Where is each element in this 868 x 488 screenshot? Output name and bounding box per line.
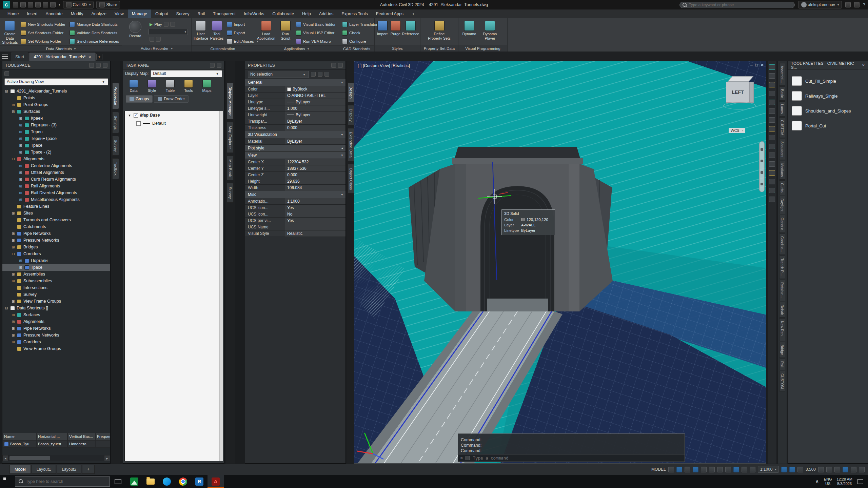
tab-map-survey[interactable]: Survey bbox=[227, 183, 234, 203]
help-search-box[interactable] bbox=[679, 2, 795, 8]
minimize-icon[interactable]: – bbox=[750, 63, 753, 67]
tree-item-surface[interactable]: ⊞Портали - (3) bbox=[2, 122, 110, 128]
tree-item-pressure-networks[interactable]: ⊞Pressure Networks bbox=[2, 237, 110, 244]
expander-icon[interactable]: ⊞ bbox=[19, 130, 23, 134]
hidden-icons-caret[interactable]: ∧ bbox=[815, 478, 819, 485]
viewcube-side-face[interactable] bbox=[750, 82, 754, 103]
prospector-tree[interactable]: ⊟4291_Aleksandar_Tunnels Points ⊞Point G… bbox=[2, 88, 110, 431]
property-row-material[interactable]: MaterialByLayer bbox=[245, 138, 346, 145]
property-row-width[interactable]: Width106.084 bbox=[245, 185, 346, 191]
dynamic-input-icon[interactable] bbox=[693, 467, 698, 472]
palette-tab[interactable]: Trench Pi... bbox=[779, 256, 785, 279]
map-base-row[interactable]: ▾ ✔ Map Base bbox=[125, 111, 221, 119]
help-icon[interactable]: ? bbox=[863, 2, 865, 7]
section-plot-style[interactable]: Plot style◂ bbox=[245, 145, 346, 152]
tree-item-alignments[interactable]: ⊟Alignments bbox=[2, 156, 110, 162]
tree-item-feature-lines[interactable]: Feature Lines bbox=[2, 203, 110, 210]
close-icon[interactable]: ✕ bbox=[862, 63, 865, 67]
tab-modify[interactable]: Modify bbox=[67, 9, 87, 18]
panel-title-styles[interactable]: Styles bbox=[375, 45, 420, 52]
property-row-annotation-scale[interactable]: Annotatio...1:1000 bbox=[245, 198, 346, 205]
preference-icon[interactable] bbox=[150, 37, 154, 42]
graphics-performance-icon[interactable] bbox=[843, 467, 848, 472]
viewcube[interactable]: LEFT bbox=[723, 76, 756, 113]
palette-tab[interactable]: Basic bbox=[779, 86, 785, 101]
pan-icon[interactable] bbox=[761, 160, 763, 162]
expander-icon[interactable]: ⊟ bbox=[4, 306, 8, 310]
checkbox[interactable]: ✔ bbox=[134, 113, 138, 118]
maps-button[interactable]: Maps bbox=[199, 80, 215, 93]
tab-design[interactable]: Design bbox=[348, 83, 354, 102]
property-row-color[interactable]: ColorByBlock bbox=[245, 86, 346, 93]
tab-express-tools[interactable]: Express Tools bbox=[337, 9, 372, 18]
expander-icon[interactable]: ⊞ bbox=[11, 103, 15, 107]
save-icon[interactable] bbox=[28, 2, 33, 7]
palette-tab[interactable]: Lanes bbox=[779, 101, 785, 117]
expander-icon[interactable]: ⊞ bbox=[11, 245, 15, 249]
docked-tool-icon[interactable] bbox=[769, 135, 775, 140]
property-row-lineweight[interactable]: LineweightByLayer bbox=[245, 112, 346, 118]
docked-tool-icon[interactable] bbox=[769, 188, 775, 193]
account-menu[interactable]: aleksplamenov ▾ bbox=[798, 1, 842, 8]
view-control[interactable]: [Custom View] bbox=[363, 63, 390, 68]
ucs-dropdown[interactable]: WCS ▾ bbox=[729, 128, 745, 133]
new-drawing-tab-button[interactable]: + bbox=[96, 54, 102, 60]
tree-item-catchments[interactable]: Catchments bbox=[2, 223, 110, 230]
reference-styles-button[interactable]: Reference bbox=[403, 20, 418, 36]
new-shortcuts-folder-button[interactable]: New Shortcuts Folder bbox=[20, 20, 66, 28]
property-row-ucs-per-viewport[interactable]: UCS per vi...Yes bbox=[245, 218, 346, 224]
new-icon[interactable] bbox=[13, 2, 18, 7]
command-input[interactable] bbox=[473, 455, 683, 461]
panel-title-cad-standards[interactable]: CAD Standards bbox=[339, 45, 374, 52]
expander-icon[interactable]: ⊞ bbox=[11, 326, 15, 331]
toolspace-header[interactable]: TOOLSPACE bbox=[2, 61, 110, 69]
taskbar-revit-icon[interactable]: R bbox=[191, 475, 208, 488]
configure-standards-button[interactable]: Configure bbox=[341, 37, 378, 45]
palette-item-cut-fill-simple[interactable]: Cut_Fill_Simple bbox=[788, 74, 868, 88]
property-row-center-y[interactable]: Center Y18837.536 bbox=[245, 165, 346, 172]
define-property-sets-button[interactable]: Define Property Sets bbox=[428, 20, 451, 40]
tree-item-alignment-category[interactable]: ⊞Miscellaneous Alignments bbox=[2, 196, 110, 203]
viewcube-front-face[interactable]: LEFT bbox=[726, 82, 750, 103]
docked-tool-icon[interactable] bbox=[769, 108, 775, 114]
table-row[interactable]: Базов_Тун Базов_тунел Нивелета bbox=[2, 440, 110, 448]
isometric-drafting-icon[interactable] bbox=[717, 467, 723, 472]
panel-title-applications[interactable]: Applications▾ bbox=[254, 45, 339, 52]
insert-base-point-icon[interactable] bbox=[170, 22, 175, 27]
tree-item-view-frame-groups[interactable]: ⊞View Frame Groups bbox=[2, 298, 110, 305]
load-application-button[interactable]: Load Application bbox=[256, 20, 276, 40]
tree-item-point-groups[interactable]: ⊞Point Groups bbox=[2, 101, 110, 108]
expander-icon[interactable]: ⊞ bbox=[11, 272, 15, 277]
tool-palettes-button[interactable]: Tool Palettes bbox=[210, 20, 224, 40]
expander-icon[interactable]: ⊞ bbox=[19, 191, 23, 195]
palette-item-portal-cut[interactable]: Portal_Cut bbox=[788, 118, 868, 133]
tab-transparent[interactable]: Transparent bbox=[209, 9, 240, 18]
tab-annotate[interactable]: Annotate bbox=[42, 9, 67, 18]
tree-item-corridors[interactable]: ⊟Corridors bbox=[2, 250, 110, 257]
expander-icon[interactable]: ⊞ bbox=[19, 150, 23, 155]
properties-header[interactable]: PROPERTIES bbox=[245, 61, 346, 69]
palette-tab[interactable]: CUSTOM bbox=[779, 117, 785, 138]
tree-item-ds-alignments[interactable]: ⊞Alignments bbox=[2, 318, 110, 325]
expander-icon[interactable]: ⊞ bbox=[19, 116, 23, 121]
workspace-switcher[interactable]: Civil 3D ▾ bbox=[63, 1, 94, 8]
expander-icon[interactable]: ⊞ bbox=[19, 170, 23, 175]
palette-tab[interactable]: Assembli... bbox=[779, 63, 785, 86]
toolspace-help-icon[interactable] bbox=[103, 63, 107, 68]
palette-tab[interactable]: CUSTOM bbox=[779, 371, 785, 391]
taskbar-civil3d-icon[interactable] bbox=[126, 475, 142, 488]
expander-icon[interactable]: ⊟ bbox=[11, 109, 15, 114]
tab-survey[interactable]: Survey bbox=[112, 136, 119, 156]
zoom-icon[interactable] bbox=[761, 171, 763, 174]
clock[interactable]: 12:28 AM 5/3/2023 bbox=[837, 477, 852, 486]
ortho-mode-icon[interactable] bbox=[701, 467, 707, 472]
properties-pin-icon[interactable] bbox=[331, 63, 336, 68]
set-shortcuts-folder-button[interactable]: Set Shortcuts Folder bbox=[20, 29, 66, 37]
user-interface-button[interactable]: User Interface bbox=[194, 20, 208, 40]
tab-model[interactable]: Model bbox=[9, 465, 31, 474]
property-row-linetype-scale[interactable]: Linetype s...1.000 bbox=[245, 105, 346, 112]
expander-icon[interactable]: ⊞ bbox=[11, 211, 15, 216]
docked-tool-icon[interactable] bbox=[769, 117, 775, 123]
task-pane-pin-icon[interactable] bbox=[210, 63, 215, 68]
close-icon[interactable]: ✕ bbox=[460, 456, 463, 460]
